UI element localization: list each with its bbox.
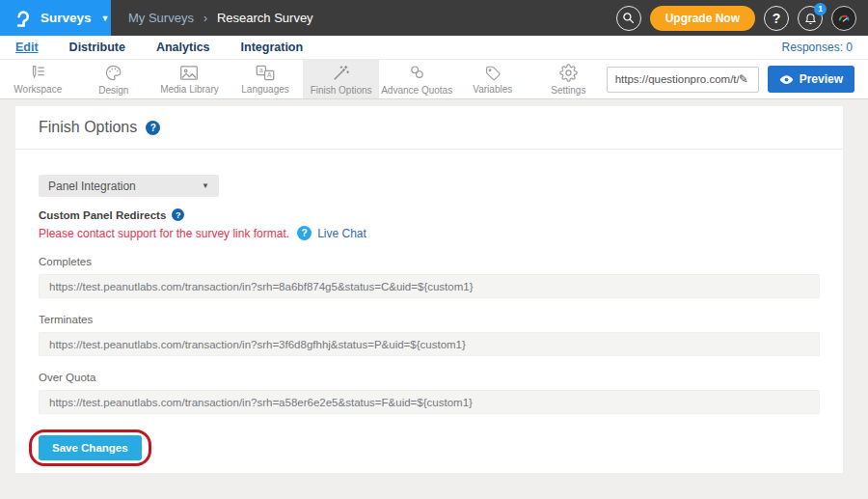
breadcrumb: My Surveys › Research Survey [128,11,313,25]
tag-icon [484,64,502,81]
svg-text:A: A [267,71,272,78]
survey-url-area: ✎ Preview [607,60,854,98]
workspace-icon [28,64,47,81]
terminates-url-input[interactable] [39,332,820,356]
topbar-actions: Upgrade Now ? 1 [616,6,856,31]
notification-count-badge: 1 [814,3,827,15]
breadcrumb-separator: › [203,12,207,25]
terminates-label: Terminates [39,314,820,325]
support-notice-text: Please contact support for the survey li… [39,227,289,240]
toolbar-item-label: Finish Options [311,85,372,96]
toolbar-item-settings[interactable]: Settings [530,60,607,98]
completes-label: Completes [39,256,820,267]
card-header: Finish Options ? [15,106,843,150]
save-changes-button[interactable]: Save Changes [39,435,142,460]
completes-url-input[interactable] [39,274,820,298]
pencil-icon[interactable]: ✎ [739,72,748,86]
tab-distribute[interactable]: Distribute [69,41,125,54]
breadcrumb-my-surveys[interactable]: My Surveys [128,11,194,25]
translate-icon: a A [256,65,275,81]
section-label: Custom Panel Redirects [39,209,166,221]
image-icon [179,65,199,81]
section-help-icon[interactable]: ? [172,208,184,221]
search-button[interactable] [616,6,641,31]
search-icon [622,12,635,24]
svg-text:a: a [259,67,263,73]
over-quota-field-group: Over Quota [39,372,820,414]
dropdown-selected-value: Panel Integration [48,180,136,193]
page-content: Finish Options ? Panel Integration ▼ Cus… [0,99,868,473]
tab-edit[interactable]: Edit [15,41,39,54]
notifications-button[interactable]: 1 [798,6,823,31]
chevron-down-icon: ▼ [202,181,209,190]
gauge-avatar-icon [835,10,853,27]
tab-analytics[interactable]: Analytics [156,41,210,54]
toolbar-item-languages[interactable]: a A Languages [228,60,304,98]
gear-icon [559,64,578,82]
question-mark-icon: ? [773,11,781,26]
toolbar-item-design[interactable]: Design [76,60,152,98]
completes-field-group: Completes [39,256,820,298]
red-highlight-annotation: Save Changes [29,430,151,466]
palette-icon [104,64,122,82]
eye-icon [779,74,794,85]
chat-help-icon[interactable]: ? [297,226,312,240]
help-button[interactable]: ? [764,6,789,31]
chain-links-icon [408,64,426,82]
toolbar-item-finish-options[interactable]: Finish Options [303,60,379,98]
toolbar-item-label: Workspace [14,84,62,95]
live-chat-link[interactable]: Live Chat [317,227,366,240]
breadcrumb-current-survey: Research Survey [217,11,313,25]
questionpro-logo-icon [15,9,32,28]
toolbar-item-variables[interactable]: Variables [454,60,530,98]
page-title: Finish Options [39,119,137,136]
finish-options-card: Finish Options ? Panel Integration ▼ Cus… [15,106,843,473]
toolbar-item-advance-quotas[interactable]: Advance Quotas [379,60,455,98]
toolbar-item-label: Variables [473,84,512,95]
toolbar-item-label: Media Library [160,84,219,95]
finish-options-help-icon[interactable]: ? [146,121,160,135]
preview-button-label: Preview [800,72,843,86]
toolbar-item-label: Advance Quotas [381,85,452,96]
magic-wand-icon [332,64,350,82]
toolbar-item-label: Languages [241,84,289,95]
user-avatar[interactable] [831,6,856,31]
edit-toolbar: Workspace Design Media Library a A Langu… [0,59,868,99]
over-quota-url-input[interactable] [39,390,820,414]
preview-button[interactable]: Preview [768,66,854,93]
tab-integration[interactable]: Integration [241,41,304,54]
survey-nav-tabs: Edit Distribute Analytics Integration [15,41,303,54]
toolbar-item-media-library[interactable]: Media Library [151,60,228,98]
survey-url-input[interactable] [615,73,739,85]
product-name: Surveys [41,11,92,25]
toolbar-item-workspace[interactable]: Workspace [0,60,76,98]
terminates-field-group: Terminates [39,314,820,356]
support-notice-row: Please contact support for the survey li… [39,226,820,240]
custom-panel-redirects-row: Custom Panel Redirects ? [39,208,820,221]
survey-url-box: ✎ [607,67,759,93]
responses-count[interactable]: Responses: 0 [782,41,853,54]
panel-integration-dropdown[interactable]: Panel Integration ▼ [39,175,219,197]
toolbar-item-label: Design [98,85,128,96]
upgrade-now-button[interactable]: Upgrade Now [650,6,755,31]
chevron-down-icon: ▼ [101,14,110,23]
over-quota-label: Over Quota [39,372,820,383]
top-bar: Surveys ▼ My Surveys › Research Survey U… [0,0,868,36]
toolbar-item-label: Settings [551,85,585,96]
surveys-product-menu[interactable]: Surveys ▼ [0,0,111,36]
survey-nav-row: Edit Distribute Analytics Integration Re… [0,36,868,59]
card-body: Panel Integration ▼ Custom Panel Redirec… [15,150,843,466]
